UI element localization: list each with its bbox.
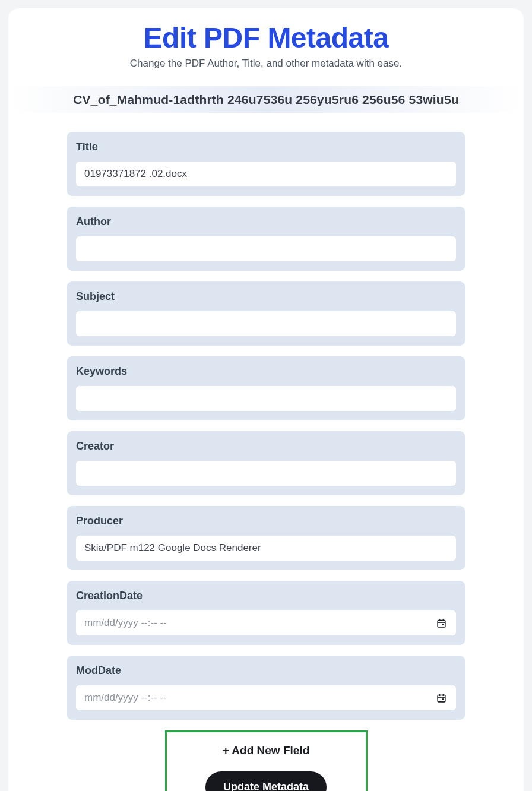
subject-input[interactable] <box>76 311 456 336</box>
actions-box: + Add New Field Update Metadata <box>165 730 368 791</box>
field-creation-date-label: CreationDate <box>76 590 456 602</box>
filename-bar: CV_of_Mahmud-1adthrth 246u7536u 256yu5ru… <box>8 86 524 113</box>
add-field-button[interactable]: + Add New Field <box>223 744 310 757</box>
page-title: Edit PDF Metadata <box>8 21 524 54</box>
calendar-icon <box>436 618 446 628</box>
field-keywords-label: Keywords <box>76 365 456 378</box>
keywords-input[interactable] <box>76 386 456 411</box>
svg-rect-9 <box>442 698 444 700</box>
creator-input[interactable] <box>76 461 456 486</box>
field-subject-label: Subject <box>76 290 456 303</box>
page-container: Edit PDF Metadata Change the PDF Author,… <box>8 8 524 791</box>
field-title: Title <box>66 132 466 196</box>
mod-date-input[interactable]: mm/dd/yyyy --:-- -- <box>76 685 456 710</box>
field-mod-date-label: ModDate <box>76 665 456 677</box>
page-subtitle: Change the PDF Author, Title, and other … <box>8 58 524 69</box>
field-author-label: Author <box>76 216 456 228</box>
producer-input[interactable] <box>76 536 456 561</box>
field-subject: Subject <box>66 281 466 346</box>
field-producer: Producer <box>66 506 466 570</box>
mod-date-placeholder: mm/dd/yyyy --:-- -- <box>84 692 167 704</box>
svg-rect-0 <box>438 620 445 627</box>
filename-text: CV_of_Mahmud-1adthrth 246u7536u 256yu5ru… <box>73 93 459 107</box>
field-mod-date: ModDate mm/dd/yyyy --:-- -- <box>66 656 466 720</box>
field-creation-date: CreationDate mm/dd/yyyy --:-- -- <box>66 581 466 645</box>
creation-date-input[interactable]: mm/dd/yyyy --:-- -- <box>76 610 456 635</box>
calendar-icon <box>436 693 446 703</box>
svg-rect-5 <box>438 695 445 701</box>
update-metadata-button[interactable]: Update Metadata <box>205 771 327 791</box>
svg-rect-4 <box>442 624 444 625</box>
field-author: Author <box>66 207 466 271</box>
field-creator-label: Creator <box>76 440 456 453</box>
metadata-form: Title Author Subject Keywords Creator Pr… <box>8 132 524 791</box>
author-input[interactable] <box>76 236 456 261</box>
field-keywords: Keywords <box>66 356 466 420</box>
field-producer-label: Producer <box>76 515 456 527</box>
title-input[interactable] <box>76 162 456 186</box>
field-title-label: Title <box>76 141 456 153</box>
creation-date-placeholder: mm/dd/yyyy --:-- -- <box>84 617 167 629</box>
field-creator: Creator <box>66 431 466 495</box>
